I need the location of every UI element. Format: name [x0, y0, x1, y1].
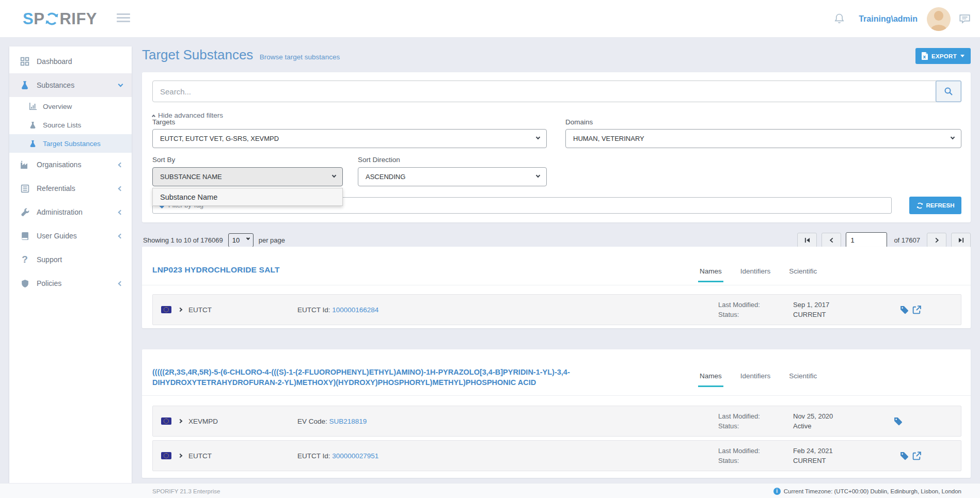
sidebar-item-source-lists[interactable]: Source Lists [9, 116, 132, 134]
divider [142, 285, 971, 285]
eu-flag-icon [161, 417, 171, 425]
tag-icon[interactable] [893, 416, 903, 426]
sort-by-dropdown-panel: Substance Name [152, 188, 343, 206]
sidebar-label: Support [37, 255, 62, 264]
substance-card: (((((2R,3S,4R,5R)-5-(6-CHLORO-4-(((S)-1-… [142, 349, 971, 478]
flask-icon [28, 139, 37, 148]
chevron-down-icon [119, 84, 122, 86]
pagination-bar: Showing 1 to 10 of 176069 10 per page of… [142, 231, 971, 249]
substance-name-link[interactable]: (((((2R,3S,4R,5R)-5-(6-CHLORO-4-(((S)-1-… [152, 367, 625, 388]
factory-icon [20, 159, 30, 170]
shield-icon [20, 278, 30, 288]
substance-name-link[interactable]: LNP023 HYDROCHLORIDE SALT [152, 265, 280, 275]
tab-identifiers[interactable]: Identifiers [739, 372, 772, 387]
flask-icon [20, 80, 30, 90]
sort-by-option-substance-name[interactable]: Substance Name [153, 188, 342, 205]
substance-record-row: XEVMPD EV Code: SUB218819 Last Modified:… [152, 406, 961, 437]
last-modified-label: Last Modified: [718, 300, 760, 310]
menu-toggle-icon[interactable] [117, 13, 130, 24]
sidebar-item-substances[interactable]: Substances [9, 73, 132, 97]
tab-scientific[interactable]: Scientific [787, 372, 818, 387]
sidebar-label: Target Substances [43, 140, 101, 148]
wrench-icon [20, 207, 30, 217]
search-button[interactable] [936, 81, 961, 102]
tab-identifiers[interactable]: Identifiers [739, 267, 772, 282]
identifier-link[interactable]: SUB218819 [329, 417, 367, 425]
tab-names[interactable]: Names [698, 372, 723, 387]
source-system-label: EUTCT [188, 452, 212, 460]
last-modified-value: Sep 1, 2017 [793, 300, 829, 310]
chat-feedback-icon[interactable] [959, 13, 971, 24]
identifier-label: EV Code: [297, 417, 327, 425]
sidebar-item-dashboard[interactable]: Dashboard [9, 50, 132, 73]
external-link-icon[interactable] [912, 451, 922, 461]
identifier-group: EUTCT Id: 100000166284 [297, 306, 378, 314]
app-version-text: SPORIFY 21.3 Enterprise [152, 484, 220, 498]
card-tabs: Names Identifiers Scientific [698, 372, 818, 387]
domains-select[interactable]: HUMAN, VETERINARY [565, 129, 961, 148]
last-modified-value: Feb 24, 2021 [793, 446, 833, 456]
sidebar-item-user-guides[interactable]: User Guides [9, 224, 132, 248]
sidebar-item-support[interactable]: ? Support [9, 248, 132, 271]
sidebar-item-overview[interactable]: Overview [9, 97, 132, 116]
identifier-link[interactable]: 300000027951 [332, 452, 378, 460]
refresh-button[interactable]: REFRESH [909, 197, 961, 214]
tab-names[interactable]: Names [698, 267, 723, 282]
app-logo[interactable]: SP RIFY [23, 0, 97, 38]
record-meta-labels: Last Modified: Status: [718, 300, 760, 319]
total-pages-text: of 17607 [894, 236, 920, 244]
search-input[interactable] [152, 81, 961, 102]
list-icon [20, 183, 30, 194]
tag-icon[interactable] [899, 305, 909, 315]
domains-label: Domains [565, 118, 593, 126]
targets-select[interactable]: EUTCT, EUTCT VET, G-SRS, XEVMPD [152, 129, 547, 148]
sidebar-item-referentials[interactable]: Referentials [9, 176, 132, 200]
source-system-label: EUTCT [188, 306, 212, 314]
sort-by-select[interactable]: SUBSTANCE NAME [152, 167, 343, 186]
export-button[interactable]: EXPORT [915, 48, 971, 64]
sidebar-item-administration[interactable]: Administration [9, 200, 132, 224]
sidebar-item-target-substances[interactable]: Target Substances [9, 134, 132, 153]
per-page-select[interactable]: 10 [228, 233, 254, 247]
user-menu[interactable]: Training\admin [859, 14, 918, 24]
chevron-down-icon [536, 135, 540, 139]
sidebar: Dashboard Substances Overview [9, 46, 132, 483]
tag-icon[interactable] [899, 451, 909, 461]
sort-by-label: Sort By [152, 156, 175, 164]
expand-chevron-icon[interactable] [179, 420, 182, 423]
status-value: CURRENT [793, 456, 833, 465]
next-page-button[interactable] [927, 233, 946, 248]
identifier-label: EUTCT Id: [297, 306, 330, 314]
expand-chevron-icon[interactable] [179, 454, 182, 457]
sidebar-label: Source Lists [43, 121, 81, 129]
notifications-bell-icon[interactable] [833, 13, 845, 25]
tab-scientific[interactable]: Scientific [787, 267, 818, 282]
sidebar-item-policies[interactable]: Policies [9, 271, 132, 295]
external-link-icon[interactable] [912, 305, 922, 315]
excel-file-icon [922, 52, 928, 60]
chevron-down-icon [246, 236, 250, 239]
status-label: Status: [718, 310, 760, 319]
avatar[interactable] [927, 7, 951, 31]
sidebar-item-organisations[interactable]: Organisations [9, 153, 132, 176]
divider [142, 395, 971, 396]
page-number-input[interactable] [846, 232, 887, 248]
identifier-link[interactable]: 100000166284 [332, 306, 378, 314]
sort-by-select-value: SUBSTANCE NAME [160, 173, 222, 181]
chevron-left-icon [119, 187, 122, 190]
sort-direction-select-value: ASCENDING [366, 173, 405, 181]
last-page-button[interactable] [951, 233, 971, 248]
status-value: Active [793, 421, 833, 431]
chevron-down-icon [332, 173, 336, 178]
top-navbar: SP RIFY Training\ [0, 0, 980, 38]
first-page-button[interactable] [797, 233, 817, 248]
chevron-down-icon [951, 135, 955, 139]
eu-flag-icon [161, 306, 171, 313]
record-meta-values: Feb 24, 2021 CURRENT [793, 446, 833, 465]
logo-sync-icon [45, 12, 59, 26]
filters-panel: Hide advanced filters Targets EUTCT, EUT… [142, 72, 971, 222]
sort-direction-select[interactable]: ASCENDING [358, 167, 547, 186]
expand-chevron-icon[interactable] [179, 308, 182, 311]
book-icon [20, 231, 30, 241]
previous-page-button[interactable] [821, 233, 841, 248]
